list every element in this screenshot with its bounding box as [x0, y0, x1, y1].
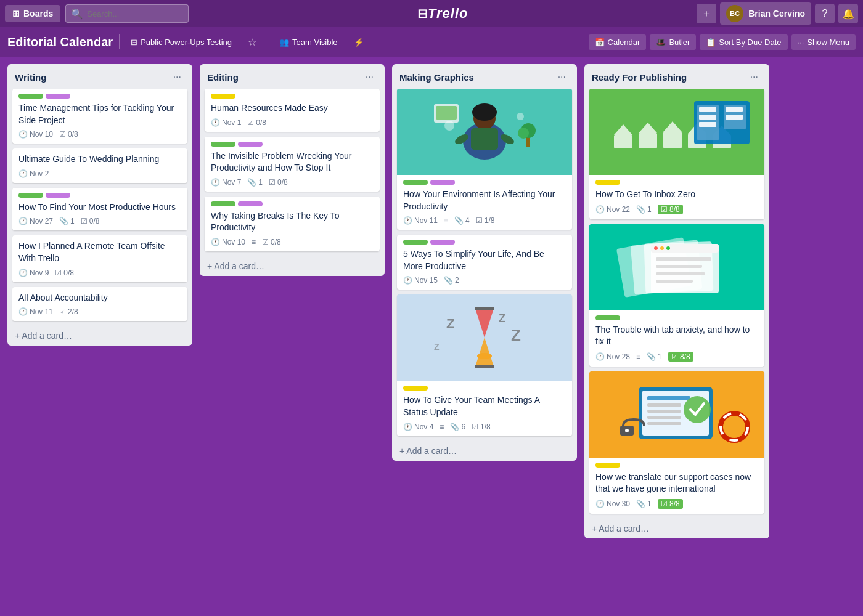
list-menu-button-writing[interactable]: ···: [170, 70, 185, 84]
card-content: Human Resources Made Easy 🕐 Nov 1 ☑ 0/8: [205, 89, 380, 132]
list-title-publishing: Ready For Publishing: [592, 72, 687, 83]
card-content: The Invisible Problem Wrecking Your Prod…: [205, 137, 380, 192]
card-content: The Trouble with tab anxiety, and how to…: [589, 310, 764, 367]
add-card-editing[interactable]: + Add a card…: [200, 256, 385, 276]
avatar: BC: [726, 5, 743, 22]
sort-button[interactable]: 📋 Sort By Due Date: [700, 34, 787, 50]
logo-text: Trello: [428, 6, 468, 22]
boards-button[interactable]: ⊞ Boards: [5, 5, 60, 22]
card-content: Time Management Tips for Tackling Your S…: [12, 89, 187, 144]
svg-rect-27: [639, 133, 657, 148]
list-menu-button-graphics[interactable]: ···: [554, 70, 570, 84]
checklist-badge-done: ☑ 8/8: [668, 352, 693, 362]
card-support-cases[interactable]: How we translate our support cases now t…: [589, 371, 764, 514]
calendar-button[interactable]: 📅 Calendar: [589, 34, 647, 50]
show-menu-button[interactable]: ··· Show Menu: [791, 34, 856, 50]
notifications-button[interactable]: 🔔: [838, 4, 858, 23]
add-card-graphics[interactable]: + Add a card…: [392, 441, 577, 461]
description-icon: ≡: [440, 423, 444, 431]
search-input[interactable]: [87, 9, 183, 18]
card-footer: 🕐 Nov 1 ☑ 0/8: [211, 118, 374, 127]
card-invisible-problem[interactable]: The Invisible Problem Wrecking Your Prod…: [205, 137, 380, 192]
card-productive-hours[interactable]: How To Find Your Most Productive Hours 🕐…: [12, 188, 187, 231]
card-inbox-zero[interactable]: How To Get To Inbox Zero 🕐 Nov 22 📎 1 ☑ …: [589, 89, 764, 219]
create-button[interactable]: ＋: [697, 4, 716, 23]
svg-rect-38: [699, 107, 716, 112]
card-wedding-planning[interactable]: Ultimate Guide To Wedding Planning 🕐 Nov…: [12, 148, 187, 183]
paperclip-icon: 📎: [59, 217, 68, 225]
svg-rect-60: [647, 403, 681, 407]
card-title: How I Planned A Remote Team Offsite With…: [18, 240, 181, 264]
card-footer: 🕐 Nov 2: [18, 169, 181, 178]
paperclip-icon: 📎: [636, 205, 645, 214]
list-header-editing: Editing ···: [200, 64, 385, 89]
list-menu-button-publishing[interactable]: ···: [746, 70, 762, 84]
attachment-badge: 📎 4: [454, 216, 470, 225]
add-card-writing[interactable]: + Add a card…: [7, 326, 192, 346]
card-time-management[interactable]: Time Management Tips for Tackling Your S…: [12, 89, 187, 144]
card-tab-anxiety[interactable]: The Trouble with tab anxiety, and how to…: [589, 224, 764, 367]
card-simplify-life[interactable]: 5 Ways To Simplify Your Life, And Be Mor…: [397, 235, 572, 290]
paperclip-icon: 📎: [247, 178, 256, 187]
add-card-publishing[interactable]: + Add a card…: [584, 519, 769, 538]
card-accountability[interactable]: All About Accountability 🕐 Nov 11 ☑ 2/8: [12, 287, 187, 322]
butler-button[interactable]: 🎩 Butler: [650, 34, 696, 50]
card-environment-affecting[interactable]: How Your Environment Is Affecting Your P…: [397, 89, 572, 230]
workspace-item[interactable]: ⊟ Public Power-Ups Testing: [126, 35, 237, 49]
card-title: How To Find Your Most Productive Hours: [18, 201, 181, 214]
svg-text:Z: Z: [499, 312, 505, 325]
card-breaks-key[interactable]: Why Taking Breaks Is The Key To Producti…: [205, 197, 380, 251]
svg-rect-29: [663, 132, 682, 148]
due-date-badge: 🕐 Nov 10: [211, 238, 245, 246]
label-green: [595, 315, 620, 320]
card-content: How Your Environment Is Affecting Your P…: [397, 175, 572, 230]
help-button[interactable]: ?: [815, 4, 835, 23]
workspace-label: Public Power-Ups Testing: [141, 38, 232, 47]
label-green: [403, 180, 428, 185]
card-labels: [595, 180, 758, 185]
card-labels: [211, 94, 374, 99]
card-content: How I Planned A Remote Team Offsite With…: [12, 235, 187, 282]
svg-rect-39: [699, 115, 716, 120]
card-title: How To Give Your Team Meetings A Status …: [403, 394, 566, 418]
search-icon: 🔍: [71, 8, 83, 20]
checklist-icon: ☑: [59, 130, 66, 139]
search-container[interactable]: 🔍: [65, 4, 189, 23]
list-menu-button-editing[interactable]: ···: [362, 70, 377, 84]
checklist-badge: ☑ 0/8: [55, 269, 74, 277]
clock-icon: 🕐: [595, 500, 605, 508]
svg-point-50: [660, 246, 664, 250]
clock-icon: 🕐: [18, 307, 28, 316]
menu-dots-icon: ···: [798, 38, 804, 47]
card-title: How To Get To Inbox Zero: [595, 188, 758, 201]
card-content: 5 Ways To Simplify Your Life, And Be Mor…: [397, 235, 572, 290]
card-title: All About Accountability: [18, 292, 181, 304]
svg-rect-54: [656, 272, 705, 275]
card-hr-easy[interactable]: Human Resources Made Easy 🕐 Nov 1 ☑ 0/8: [205, 89, 380, 132]
card-remote-offsite[interactable]: How I Planned A Remote Team Offsite With…: [12, 235, 187, 282]
checklist-badge: ☑ 0/8: [81, 217, 100, 225]
butler-label: Butler: [669, 38, 690, 47]
due-date-badge: 🕐 Nov 15: [403, 276, 438, 285]
card-team-meetings[interactable]: Z Z Z Z How To Give Your Team Meetings A…: [397, 294, 572, 436]
svg-rect-52: [656, 257, 711, 261]
checklist-icon: ☑: [55, 269, 62, 277]
due-date-badge: 🕐 Nov 4: [403, 423, 433, 431]
card-title: The Trouble with tab anxiety, and how to…: [595, 324, 758, 348]
user-menu-button[interactable]: BC Brian Cervino: [720, 2, 811, 25]
clock-icon: 🕐: [403, 216, 412, 225]
card-title: How we translate our support cases now t…: [595, 471, 758, 495]
list-editing: Editing ··· Human Resources Made Easy 🕐 …: [200, 64, 385, 276]
svg-rect-53: [656, 265, 702, 268]
menu-label: Show Menu: [807, 38, 849, 47]
visibility-item[interactable]: 👥 Team Visible: [274, 35, 342, 49]
card-image-environment: [397, 89, 572, 175]
svg-rect-62: [647, 416, 681, 419]
board-menu-icon[interactable]: ⚡: [349, 35, 369, 49]
checklist-badge: ☑ 0/8: [247, 118, 266, 127]
card-footer: 🕐 Nov 27 📎 1 ☑ 0/8: [18, 217, 181, 225]
logo-icon: ⊟: [417, 6, 428, 21]
description-icon: ≡: [252, 238, 256, 246]
star-button[interactable]: ☆: [243, 34, 261, 51]
checklist-badge: ☑ 0/8: [269, 178, 288, 187]
